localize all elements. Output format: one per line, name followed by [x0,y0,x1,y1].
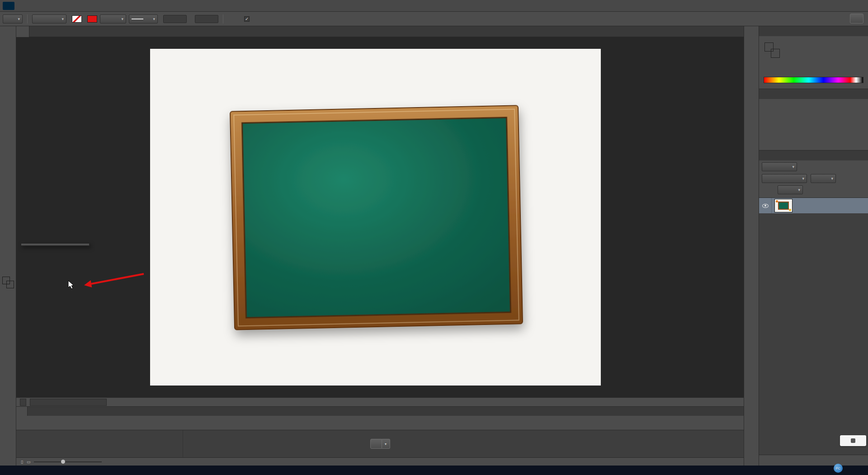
timeline-controls [16,416,744,430]
photoshop-logo [3,2,14,10]
opacity-dropdown[interactable]: ▾ [811,174,836,183]
workspace-button[interactable] [850,14,863,24]
gear-icon[interactable] [231,14,241,24]
panel-foreground-swatch[interactable] [764,42,774,52]
ime-key-icon [851,438,855,443]
timeline-tab[interactable] [16,407,28,416]
layer-thumbnail[interactable] [774,199,793,212]
panel-color-swatches [764,42,780,58]
toolbar-collapse-icon[interactable] [0,26,16,32]
layer-filter-dropdown[interactable]: ▾ [762,162,797,171]
timeline-frames-icon[interactable]: ▯ [21,460,23,464]
menu-bar [0,0,868,12]
blend-mode-row: ▾ ▾ [759,173,868,184]
fill-dropdown[interactable]: ▾ [778,185,803,194]
fill-swatch[interactable] [72,15,82,23]
panels-collapse-icon[interactable] [744,26,759,33]
layer-visibility-toggle[interactable] [759,198,772,213]
quick-mask-button[interactable] [0,305,16,315]
timeline-bottom-bar: ▯ ▭ [16,457,744,466]
eye-icon [762,204,769,208]
layer-list [759,198,868,455]
tool-preset-dropdown[interactable]: ▾ [3,14,23,24]
blend-mode-dropdown[interactable]: ▾ [762,174,807,183]
mouse-cursor [68,280,74,289]
timeline-thumbnails-icon[interactable]: ▭ [27,460,31,464]
color-spectrum-bar[interactable] [764,77,863,83]
align-edges-checkbox[interactable] [244,16,250,22]
ime-indicator[interactable] [840,435,866,446]
timeline-track-area: ▾ [16,430,744,457]
watermark: PC [834,464,844,473]
layers-panel: ▾ ▾ ▾ ▾ [759,150,868,466]
minimize-button[interactable] [826,0,840,12]
width-input[interactable] [163,15,187,23]
adjustments-panel-tabs [759,89,868,99]
windows-taskbar [0,466,868,475]
photoshop-window: ▾ ▾ ▾ ▾ [0,0,868,475]
document-tab[interactable] [16,26,29,37]
color-panel-tabs [759,26,868,36]
lock-row: ▾ [759,184,868,196]
timeline-tab-bar [16,407,744,416]
annotation-arrow [80,270,147,291]
canvas-area[interactable] [16,37,744,398]
height-input[interactable] [195,15,218,23]
watermark-logo: PC [834,464,843,473]
zoom-level-input[interactable] [20,399,26,406]
panel-column: ▾ ▾ ▾ ▾ [759,26,868,466]
foreground-color-swatch[interactable] [2,277,10,284]
maximize-button[interactable] [840,0,854,12]
shape-tool-flyout-menu [21,243,90,246]
separator [27,14,28,24]
status-bar [16,398,744,407]
window-controls [826,0,867,12]
collapsed-panels-strip [744,26,759,466]
stroke-style-preview [132,19,143,19]
shape-mode-dropdown[interactable]: ▾ [32,14,66,24]
adjustments-panel [759,89,868,150]
layers-bottom-bar [759,455,868,466]
color-swatches-widget [0,276,16,288]
create-video-timeline-button[interactable] [370,439,382,449]
stroke-width-dropdown[interactable]: ▾ [100,14,126,24]
close-button[interactable] [854,0,867,12]
screen-mode-button[interactable] [0,318,16,329]
add-adjustment-label [759,99,868,103]
color-panel [759,26,868,89]
stroke-style-dropdown[interactable]: ▾ [129,14,158,24]
filter-toggle-icon[interactable] [857,163,866,171]
create-timeline-dropdown[interactable]: ▾ [382,439,390,449]
chalkboard [230,105,523,329]
stroke-swatch[interactable] [87,15,97,23]
timeline-zoom-slider[interactable] [34,461,102,462]
layers-panel-tabs [759,150,868,160]
document-size-info [30,399,107,406]
canvas-image [150,49,601,386]
document-image[interactable] [150,49,601,386]
options-bar: ▾ ▾ ▾ ▾ [0,12,868,26]
layer-filter-row: ▾ [759,160,868,173]
document-tab-bar [16,26,744,37]
tool-bar [0,26,16,466]
layer-row[interactable] [759,198,868,213]
timeline-zoom-thumb[interactable] [61,460,65,464]
separator [223,14,223,24]
track-divider [183,430,183,457]
